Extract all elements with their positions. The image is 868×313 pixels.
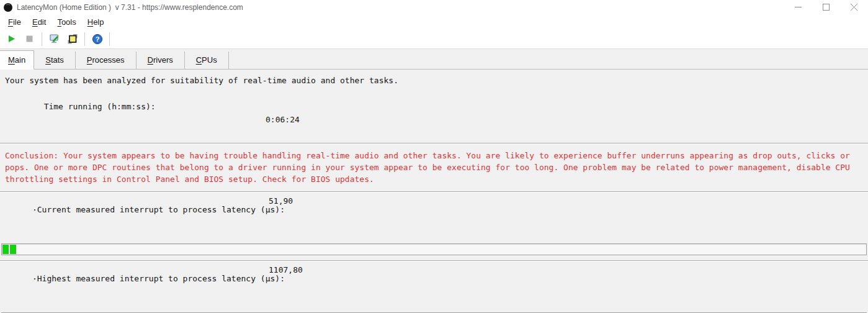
close-button[interactable] bbox=[840, 0, 868, 14]
tab-cpus[interactable]: CPUs bbox=[185, 52, 229, 69]
toolbar-separator bbox=[42, 32, 42, 46]
minimize-button[interactable] bbox=[784, 0, 812, 14]
toolbar-separator bbox=[84, 32, 85, 46]
measurement-row: ·Highest measured interrupt to process l… bbox=[0, 261, 868, 313]
measurement-line: ·Current measured interrupt to process l… bbox=[0, 193, 868, 243]
options-icon[interactable] bbox=[46, 31, 63, 47]
stop-icon[interactable] bbox=[21, 31, 38, 47]
bar-segment bbox=[10, 245, 16, 254]
bar-segment bbox=[2, 245, 9, 254]
toolbar-separator bbox=[109, 32, 110, 46]
tab-stats[interactable]: Stats bbox=[34, 52, 76, 69]
time-running-label: Time running (h:mm:ss): bbox=[44, 102, 156, 111]
app-icon bbox=[3, 2, 13, 12]
time-running-value: 0:06:24 bbox=[266, 113, 300, 126]
toolbar: ? bbox=[0, 29, 868, 49]
tab-main[interactable]: Main bbox=[0, 50, 34, 70]
measurement-label: ·Highest measured interrupt to process l… bbox=[32, 274, 285, 283]
analysis-info-panel: Your system has been analyzed for suitab… bbox=[0, 70, 868, 143]
time-running-row: Time running (h:mm:ss): 0:06:24 bbox=[5, 87, 863, 139]
conclusion-text: Conclusion: Your system appears to be ha… bbox=[0, 144, 868, 191]
menu-item-tools[interactable]: Tools bbox=[51, 16, 81, 28]
play-icon[interactable] bbox=[3, 31, 20, 47]
latencymon-window: LatencyMon (Home Edition ) v 7.31 - http… bbox=[0, 0, 868, 313]
window-controls bbox=[784, 0, 868, 14]
report-icon[interactable] bbox=[64, 31, 81, 47]
measurement-label: ·Current measured interrupt to process l… bbox=[32, 205, 285, 214]
analysis-summary: Your system has been analyzed for suitab… bbox=[5, 74, 863, 87]
measurement-value: 1107,80 bbox=[269, 266, 303, 274]
menubar: FileEditToolsHelp bbox=[0, 14, 868, 29]
tab-drivers[interactable]: Drivers bbox=[136, 52, 185, 69]
window-title: LatencyMon (Home Edition ) v 7.31 - http… bbox=[17, 3, 243, 12]
svg-text:?: ? bbox=[95, 35, 99, 43]
titlebar: LatencyMon (Home Edition ) v 7.31 - http… bbox=[0, 0, 868, 14]
measurement-row: ·Current measured interrupt to process l… bbox=[0, 193, 868, 261]
tab-processes[interactable]: Processes bbox=[76, 52, 136, 69]
measurement-value: 51,90 bbox=[269, 197, 293, 206]
main-panel: Your system has been analyzed for suitab… bbox=[0, 70, 868, 313]
measurement-line: ·Highest measured interrupt to process l… bbox=[0, 261, 868, 312]
latency-bar bbox=[1, 243, 867, 255]
maximize-button[interactable] bbox=[812, 0, 840, 14]
tab-strip: MainStatsProcessesDriversCPUs bbox=[0, 49, 868, 70]
menu-item-edit[interactable]: Edit bbox=[27, 16, 51, 28]
measurement-rows: ·Current measured interrupt to process l… bbox=[0, 193, 868, 313]
menu-item-file[interactable]: File bbox=[2, 16, 27, 28]
menu-item-help[interactable]: Help bbox=[82, 16, 110, 28]
help-icon[interactable]: ? bbox=[89, 31, 105, 47]
